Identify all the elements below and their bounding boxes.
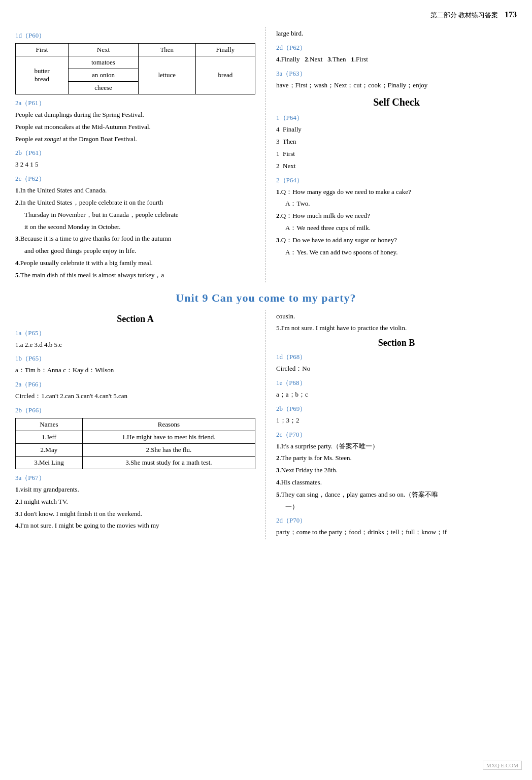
line-1-3: 1 First [276, 149, 517, 159]
q3: 3.Q：Do we have to add any sugar or honey… [276, 235, 517, 246]
a2: A：We need three cups of milk. [276, 223, 517, 234]
cell-reason-may: 2.She has the flu. [82, 443, 255, 456]
table-row: 3.Mei Ling 3.She must study for a math t… [16, 456, 255, 469]
cell-reason-meiling: 3.She must study for a math test. [82, 456, 255, 469]
answer-2a: Circled：1.can't 2.can 3.can't 4.can't 5.… [15, 391, 255, 402]
q2: 2.Q：How much milk do we need? [276, 211, 517, 221]
label-1d-p60: 1d（P60） [15, 31, 255, 40]
answer-2b: 1；3；2 [276, 415, 517, 426]
th-then: Then [138, 44, 195, 56]
answer-3a: have；First；wash；Next；cut；cook；Finally；en… [276, 80, 517, 91]
answer-2d: party；come to the party；food；drinks；tell… [276, 527, 517, 538]
th-reasons: Reasons [82, 418, 255, 431]
top-two-col: 1d（P60） First Next Then Finally butterbr… [15, 27, 517, 282]
th-finally: Finally [195, 44, 255, 56]
text-continue-cousin: cousin. [276, 311, 517, 322]
label-2b-p69: 2b（P69） [276, 404, 517, 413]
label-2-p64: 2（P64） [276, 176, 517, 185]
text-continue: large bird. [276, 28, 517, 39]
label-2b-p61: 2b（P61） [15, 148, 255, 157]
label-2c-p62: 2c（P62） [15, 174, 255, 183]
cell-name-may: 2.May [16, 443, 83, 456]
header-text: 第二部分 教材练习答案 [430, 11, 498, 19]
table-row: 1.Jeff 1.He might have to meet his frien… [16, 431, 255, 443]
page-number: 173 [505, 10, 517, 19]
line-2c-2: 2.In the United States，people celebrate … [15, 198, 255, 208]
line-2c-5: 5.They can sing，dance，play games and so … [276, 490, 517, 500]
label-2d-p62: 2d（P62） [276, 43, 517, 52]
line-2c-4: 4.His classmates. [276, 477, 517, 488]
table-row: 2.May 2.She has the flu. [16, 443, 255, 456]
label-2c-p70: 2c（P70） [276, 430, 517, 439]
page-header: 第二部分 教材练习答案 173 [15, 10, 517, 22]
line-2c-3: 3.Because it is a time to give thanks fo… [15, 234, 255, 244]
table-2b: Names Reasons 1.Jeff 1.He might have to … [15, 418, 255, 469]
answer-1a: 1.a 2.e 3.d 4.b 5.c [15, 340, 255, 350]
line-2c-2b: Thursday in November，but in Canada，peopl… [15, 210, 255, 220]
self-check-title: Self Check [276, 96, 517, 108]
label-1a-p65: 1a（P65） [15, 329, 255, 338]
answer-2b: 3 2 4 1 5 [15, 159, 255, 170]
label-1b-p65: 1b（P65） [15, 354, 255, 363]
cell-onion: an onion [69, 69, 139, 82]
line-2c-3: 3.Next Friday the 28th. [276, 465, 517, 476]
line-2c-1: 1.It's a surprise party.（答案不唯一） [276, 441, 517, 452]
cell-name-jeff: 1.Jeff [16, 431, 83, 443]
label-1d-p68: 1d（P68） [276, 352, 517, 362]
unit9-two-col: Section A 1a（P65） 1.a 2.e 3.d 4.b 5.c 1b… [15, 310, 517, 540]
answer-1e: a；a；b；c [276, 389, 517, 400]
cell-butter-bread: butterbread [16, 56, 69, 94]
section-a-title: Section A [15, 314, 255, 324]
line-2c-5b: 一） [276, 502, 517, 512]
line-2c-4: 4.People usually celebrate it with a big… [15, 258, 255, 269]
a3: A：Yes. We can add two spoons of honey. [276, 247, 517, 258]
label-1e-p68: 1e（P68） [276, 378, 517, 387]
watermark: MXQ E.COM [483, 761, 522, 770]
top-left-col: 1d（P60） First Next Then Finally butterbr… [15, 27, 266, 282]
label-2a-p61: 2a（P61） [15, 99, 255, 108]
cell-cheese: cheese [69, 82, 139, 94]
line-2c-2: 2.The party is for Ms. Steen. [276, 453, 517, 464]
cell-reason-jeff: 1.He might have to meet his friend. [82, 431, 255, 443]
label-3a-p67: 3a（P67） [15, 473, 255, 482]
th-next: Next [69, 44, 139, 56]
unit9-left-col: Section A 1a（P65） 1.a 2.e 3.d 4.b 5.c 1b… [15, 310, 266, 540]
line-5: 5.I'm not sure. I might have to practice… [276, 323, 517, 334]
line-2c-2c: it on the second Monday in October. [15, 222, 255, 233]
th-names: Names [16, 418, 83, 431]
top-right-col: large bird. 2d（P62） 4.Finally 2.Next 3.T… [266, 27, 517, 282]
answer-1d: Circled：No [276, 364, 517, 374]
line-3a-1: 1.visit my grandparents. [15, 484, 255, 495]
line-2a-3: People eat zongzi at the Dragon Boat Fes… [15, 134, 255, 145]
line-3a-2: 2.I might watch TV. [15, 497, 255, 507]
label-2b-p66: 2b（P66） [15, 406, 255, 415]
line-3a-4: 4.I'm not sure. I might be going to the … [15, 521, 255, 531]
cell-bread: bread [195, 56, 255, 94]
line-1-2: 3 Then [276, 137, 517, 147]
line-3a-3: 3.I don't know. I might finish it on the… [15, 509, 255, 519]
table-1d: First Next Then Finally butterbread toma… [15, 43, 255, 94]
line-2c-3b: and other good things people enjoy in li… [15, 246, 255, 256]
line-2c-5: 5.The main dish of this meal is almost a… [15, 270, 255, 281]
line-1-4: 2 Next [276, 161, 517, 172]
unit9-right-col: cousin. 5.I'm not sure. I might have to … [266, 310, 517, 540]
section-b-title: Section B [276, 338, 517, 348]
answer-2d: 4.Finally 2.Next 3.Then 1.First [276, 54, 517, 65]
label-2d-p70: 2d（P70） [276, 516, 517, 525]
a1: A：Two. [276, 199, 517, 209]
label-2a-p66: 2a（P66） [15, 380, 255, 389]
label-3a-p63: 3a（P63） [276, 69, 517, 78]
cell-name-meiling: 3.Mei Ling [16, 456, 83, 469]
table-row: butterbread tomatoes lettuce bread [16, 56, 255, 69]
label-1-p64: 1（P64） [276, 113, 517, 122]
cell-tomatoes: tomatoes [69, 56, 139, 69]
line-1-1: 4 Finally [276, 124, 517, 135]
line-2a-1: People eat dumplings during the Spring F… [15, 110, 255, 120]
cell-lettuce: lettuce [138, 56, 195, 94]
line-2a-2: People eat mooncakes at the Mid-Autumn F… [15, 122, 255, 133]
answer-1b: a：Tim b：Anna c：Kay d：Wilson [15, 365, 255, 376]
q1: 1.Q：How many eggs do we need to make a c… [276, 187, 517, 198]
line-2c-1: 1.In the United States and Canada. [15, 185, 255, 196]
th-first: First [16, 44, 69, 56]
unit-title: Unit 9 Can you come to my party? [15, 291, 517, 305]
